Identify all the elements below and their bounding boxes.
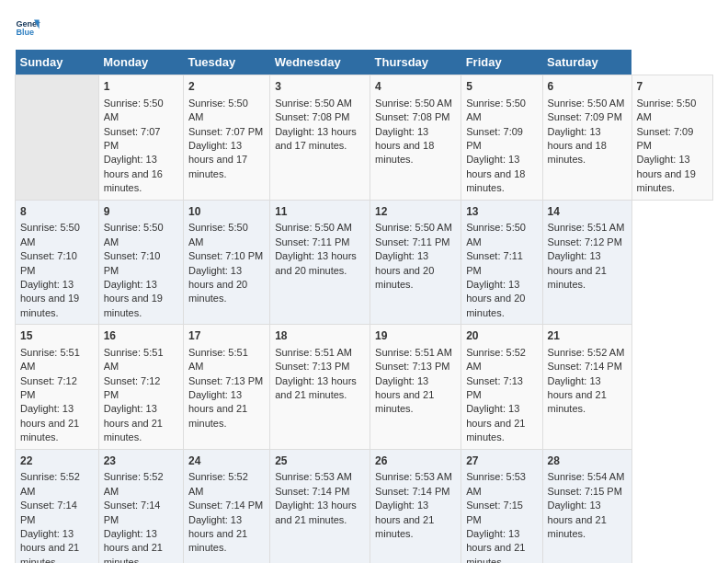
day-number: 13 (466, 204, 537, 220)
calendar-cell: 11Sunrise: 5:50 AMSunset: 7:11 PMDayligh… (270, 200, 370, 325)
sunrise-text: Sunrise: 5:51 AM (104, 347, 164, 372)
daylight-text: Daylight: 13 hours and 21 minutes. (466, 403, 525, 442)
day-number: 28 (548, 454, 627, 469)
day-number: 14 (548, 204, 627, 220)
sunrise-text: Sunrise: 5:53 AM (275, 471, 352, 482)
day-header-wednesday: Wednesday (270, 50, 370, 75)
day-header-thursday: Thursday (370, 50, 461, 75)
daylight-text: Daylight: 13 hours and 21 minutes. (20, 403, 79, 442)
week-row-1: 1Sunrise: 5:50 AMSunset: 7:07 PMDaylight… (16, 75, 713, 201)
daylight-text: Daylight: 13 hours and 17 minutes. (275, 126, 357, 151)
sunrise-text: Sunrise: 5:54 AM (548, 471, 625, 482)
calendar-cell: 23Sunrise: 5:52 AMSunset: 7:14 PMDayligh… (98, 449, 183, 563)
calendar-cell: 10Sunrise: 5:50 AMSunset: 7:10 PMDayligh… (183, 200, 269, 325)
day-header-friday: Friday (461, 50, 542, 75)
sunrise-text: Sunrise: 5:51 AM (275, 347, 352, 358)
sunrise-text: Sunrise: 5:50 AM (466, 98, 526, 122)
calendar-cell: 18Sunrise: 5:51 AMSunset: 7:13 PMDayligh… (270, 325, 370, 450)
calendar-cell: 9Sunrise: 5:50 AMSunset: 7:10 PMDaylight… (98, 200, 183, 325)
sunset-text: Sunset: 7:13 PM (466, 375, 523, 400)
week-row-3: 15Sunrise: 5:51 AMSunset: 7:12 PMDayligh… (16, 325, 713, 450)
day-number: 15 (20, 328, 94, 344)
calendar-cell: 24Sunrise: 5:52 AMSunset: 7:14 PMDayligh… (183, 449, 269, 563)
day-number: 20 (466, 328, 537, 344)
daylight-text: Daylight: 13 hours and 21 minutes. (375, 375, 434, 415)
days-header-row: SundayMondayTuesdayWednesdayThursdayFrid… (16, 50, 713, 75)
calendar-cell: 28Sunrise: 5:54 AMSunset: 7:15 PMDayligh… (542, 449, 631, 563)
sunset-text: Sunset: 7:07 PM (188, 126, 263, 137)
sunrise-text: Sunrise: 5:50 AM (548, 98, 625, 109)
calendar-cell: 8Sunrise: 5:50 AMSunset: 7:10 PMDaylight… (16, 200, 99, 325)
sunset-text: Sunset: 7:11 PM (466, 250, 523, 275)
daylight-text: Daylight: 13 hours and 21 minutes. (104, 403, 163, 442)
day-number: 19 (375, 328, 456, 344)
daylight-text: Daylight: 13 hours and 20 minutes. (188, 265, 247, 304)
sunset-text: Sunset: 7:12 PM (548, 236, 622, 247)
sunset-text: Sunset: 7:08 PM (375, 111, 449, 122)
sunset-text: Sunset: 7:07 PM (104, 126, 161, 151)
day-number: 7 (637, 79, 708, 95)
daylight-text: Daylight: 13 hours and 20 minutes. (466, 279, 525, 318)
sunset-text: Sunset: 7:10 PM (104, 250, 161, 275)
daylight-text: Daylight: 13 hours and 21 minutes. (188, 389, 247, 429)
day-number: 23 (104, 454, 178, 469)
sunrise-text: Sunrise: 5:53 AM (375, 471, 452, 482)
daylight-text: Daylight: 13 hours and 20 minutes. (275, 250, 357, 275)
sunrise-text: Sunrise: 5:50 AM (188, 98, 248, 122)
calendar-cell: 14Sunrise: 5:51 AMSunset: 7:12 PMDayligh… (542, 200, 631, 325)
daylight-text: Daylight: 13 hours and 19 minutes. (637, 154, 696, 193)
header: General Blue (15, 15, 713, 40)
daylight-text: Daylight: 13 hours and 18 minutes. (375, 126, 434, 166)
daylight-text: Daylight: 13 hours and 21 minutes. (188, 514, 247, 554)
daylight-text: Daylight: 13 hours and 21 minutes. (548, 250, 607, 290)
calendar-cell: 17Sunrise: 5:51 AMSunset: 7:13 PMDayligh… (183, 325, 269, 450)
calendar-cell: 25Sunrise: 5:53 AMSunset: 7:14 PMDayligh… (270, 449, 370, 563)
week-row-4: 22Sunrise: 5:52 AMSunset: 7:14 PMDayligh… (16, 449, 713, 563)
day-number: 3 (275, 79, 365, 95)
day-number: 6 (548, 79, 627, 95)
daylight-text: Daylight: 13 hours and 21 minutes. (104, 528, 163, 563)
calendar-cell: 21Sunrise: 5:52 AMSunset: 7:14 PMDayligh… (542, 325, 631, 450)
sunset-text: Sunset: 7:14 PM (375, 486, 449, 497)
calendar-cell: 2Sunrise: 5:50 AMSunset: 7:07 PMDaylight… (183, 75, 269, 201)
sunrise-text: Sunrise: 5:52 AM (20, 471, 80, 496)
logo-icon: General Blue (15, 15, 40, 40)
sunrise-text: Sunrise: 5:51 AM (188, 347, 248, 372)
calendar-cell: 4Sunrise: 5:50 AMSunset: 7:08 PMDaylight… (370, 75, 461, 201)
sunrise-text: Sunrise: 5:50 AM (375, 222, 452, 233)
sunrise-text: Sunrise: 5:51 AM (548, 222, 625, 233)
calendar-cell (16, 75, 99, 201)
day-header-sunday: Sunday (16, 50, 99, 75)
day-number: 11 (275, 204, 365, 220)
day-number: 21 (548, 328, 627, 344)
day-number: 5 (466, 79, 537, 95)
sunset-text: Sunset: 7:15 PM (548, 486, 622, 497)
sunset-text: Sunset: 7:09 PM (466, 126, 523, 151)
daylight-text: Daylight: 13 hours and 21 minutes. (20, 528, 79, 563)
daylight-text: Daylight: 13 hours and 18 minutes. (548, 126, 607, 166)
sunrise-text: Sunrise: 5:52 AM (548, 347, 625, 358)
day-header-tuesday: Tuesday (183, 50, 269, 75)
calendar-cell: 26Sunrise: 5:53 AMSunset: 7:14 PMDayligh… (370, 449, 461, 563)
calendar-cell: 12Sunrise: 5:50 AMSunset: 7:11 PMDayligh… (370, 200, 461, 325)
daylight-text: Daylight: 13 hours and 16 minutes. (104, 154, 163, 193)
daylight-text: Daylight: 13 hours and 21 minutes. (548, 500, 607, 539)
logo: General Blue (15, 15, 40, 40)
calendar-cell: 15Sunrise: 5:51 AMSunset: 7:12 PMDayligh… (16, 325, 99, 450)
sunrise-text: Sunrise: 5:50 AM (375, 98, 452, 109)
daylight-text: Daylight: 13 hours and 18 minutes. (466, 154, 525, 193)
sunset-text: Sunset: 7:13 PM (375, 361, 449, 372)
sunrise-text: Sunrise: 5:50 AM (275, 222, 352, 233)
day-header-saturday: Saturday (542, 50, 631, 75)
calendar-cell: 27Sunrise: 5:53 AMSunset: 7:15 PMDayligh… (461, 449, 542, 563)
calendar-cell: 3Sunrise: 5:50 AMSunset: 7:08 PMDaylight… (270, 75, 370, 201)
sunset-text: Sunset: 7:09 PM (548, 111, 622, 122)
sunrise-text: Sunrise: 5:50 AM (466, 222, 526, 247)
daylight-text: Daylight: 13 hours and 17 minutes. (188, 140, 247, 179)
calendar-cell: 20Sunrise: 5:52 AMSunset: 7:13 PMDayligh… (461, 325, 542, 450)
calendar-cell: 13Sunrise: 5:50 AMSunset: 7:11 PMDayligh… (461, 200, 542, 325)
sunrise-text: Sunrise: 5:50 AM (104, 222, 164, 247)
calendar-cell: 6Sunrise: 5:50 AMSunset: 7:09 PMDaylight… (542, 75, 631, 201)
sunset-text: Sunset: 7:13 PM (188, 375, 263, 386)
calendar-cell: 19Sunrise: 5:51 AMSunset: 7:13 PMDayligh… (370, 325, 461, 450)
